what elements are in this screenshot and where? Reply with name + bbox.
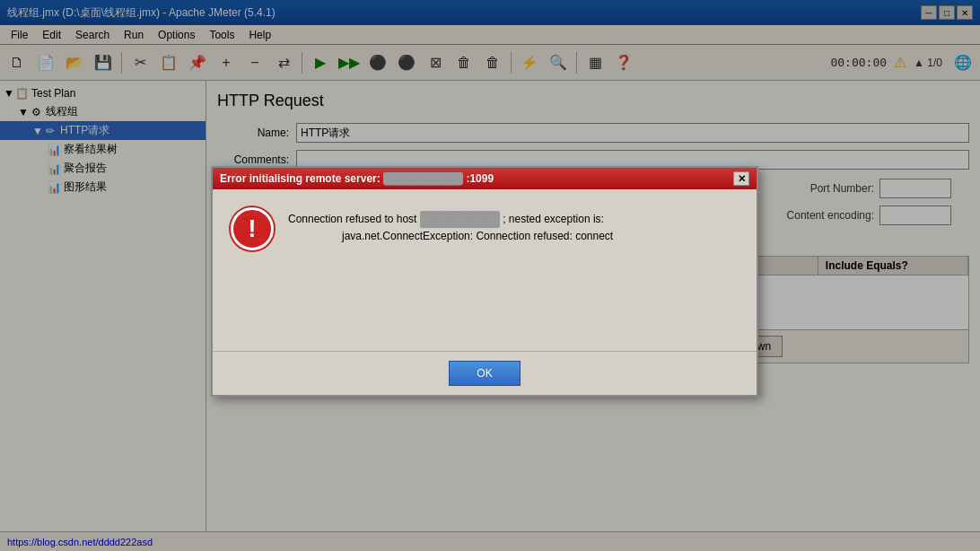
error-dialog: Error initialising remote server: ██████…	[211, 166, 758, 397]
error-dialog-body: ! Connection refused to host ██████████ …	[213, 189, 757, 351]
error-dialog-close-button[interactable]: ✕	[733, 171, 749, 186]
error-icon: !	[231, 207, 274, 250]
error-message: Connection refused to host ██████████ ; …	[288, 207, 613, 245]
dialog-overlay: Error initialising remote server: ██████…	[0, 0, 980, 551]
host-redacted: ██████████	[383, 172, 463, 185]
ok-button[interactable]: OK	[449, 361, 521, 386]
error-dialog-title: Error initialising remote server: ██████…	[213, 168, 757, 189]
host2-redacted: ██████████	[420, 211, 500, 228]
error-dialog-title-text: Error initialising remote server: ██████…	[220, 172, 494, 185]
error-dialog-footer: OK	[213, 351, 757, 395]
